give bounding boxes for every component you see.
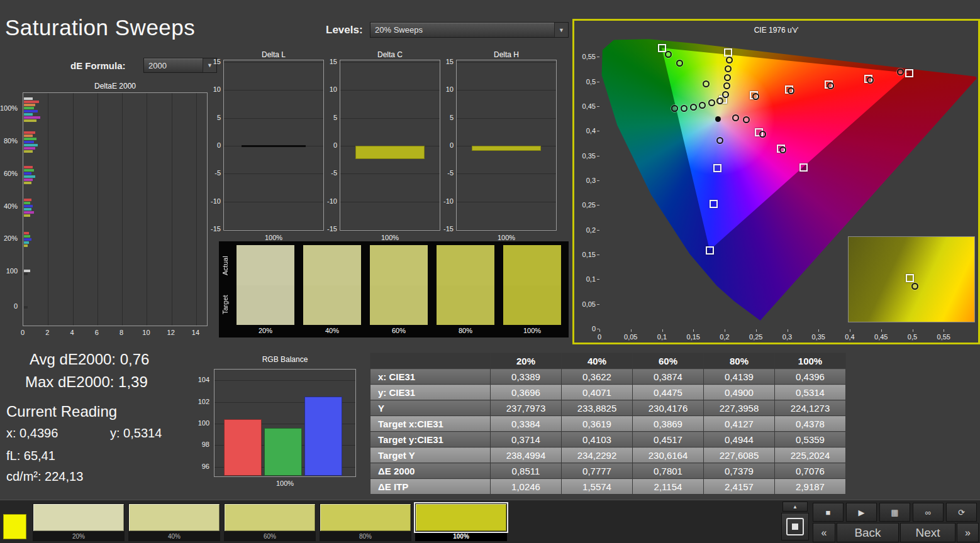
inset-target-marker	[906, 274, 914, 282]
pattern-window-icon	[786, 518, 804, 535]
value-bar	[24, 178, 33, 181]
swatch-level-label: 20%	[237, 327, 294, 334]
gridline	[224, 62, 323, 63]
axis-tick	[599, 329, 600, 332]
x-axis-tick-label: 6	[95, 329, 99, 336]
pattern-swatch-button[interactable]: 20%	[33, 503, 125, 541]
next-chevron-button[interactable]: »	[957, 523, 979, 542]
axis-tick	[850, 329, 850, 332]
table-cell: 230,4176	[633, 400, 704, 416]
pattern-swatch-label: 60%	[224, 532, 316, 541]
levels-dropdown[interactable]: 20% Sweeps ▼	[370, 22, 569, 38]
table-cell: 1,0246	[491, 479, 562, 495]
table-cell: 0,3619	[562, 416, 633, 432]
table-cell: 0,7777	[562, 463, 633, 479]
inset-measurement-marker	[911, 283, 918, 290]
gridline	[73, 93, 74, 326]
y-axis-tick-label: 0	[0, 302, 18, 310]
cie-zoom-inset	[848, 236, 975, 322]
measurement-marker	[699, 102, 706, 109]
actual-color-patch	[237, 245, 294, 285]
y-axis-tick-label: 0,25	[577, 201, 596, 209]
deltae-2000-chart: DeltaE 2000 100%80%60%40%20%1000 0246810…	[0, 82, 211, 339]
actual-color-patch	[503, 245, 561, 285]
axis-tick	[756, 329, 757, 332]
current-color-tile[interactable]	[3, 514, 26, 539]
gridline	[147, 93, 147, 326]
current-y-reading: y: 0,5314	[110, 426, 162, 441]
play-button[interactable]: ▶	[846, 503, 877, 522]
expand-panel-button[interactable]: ▲	[782, 502, 808, 512]
value-bar	[24, 166, 33, 168]
y-axis-tick-label: 0,05	[577, 300, 596, 308]
value-bar	[24, 202, 30, 204]
x-axis-tick-label: 14	[192, 329, 199, 336]
pattern-swatch-button[interactable]: 80%	[320, 503, 411, 541]
value-bar	[24, 238, 31, 241]
back-button[interactable]: Back	[837, 523, 899, 542]
x-axis-tick-label: 10	[142, 329, 150, 336]
x-axis-tick-label: 2	[45, 329, 49, 336]
delta-chart-x-label: 100%	[340, 234, 440, 241]
back-chevron-button[interactable]: «	[813, 523, 835, 542]
table-cell: 0,4517	[633, 432, 704, 447]
rgb-red-bar	[224, 419, 262, 476]
gridline	[48, 93, 48, 326]
y-axis-tick-label: -10	[207, 197, 221, 205]
measurement-marker	[690, 104, 697, 111]
continuous-read-icon: ∞	[925, 508, 931, 517]
axis-tick	[913, 329, 913, 332]
y-axis-tick-label: 0,45	[577, 102, 596, 110]
y-axis-tick-label: -15	[323, 225, 337, 233]
table-cell: 2,1154	[633, 479, 704, 495]
swatch-level-label: 100%	[503, 327, 561, 334]
delta-value-line	[242, 145, 305, 147]
table-cell: 224,1273	[775, 400, 846, 416]
stop-button[interactable]: ■	[813, 503, 844, 522]
pattern-swatch-button[interactable]: 40%	[128, 503, 220, 541]
play-icon: ▶	[859, 508, 865, 517]
value-bar	[24, 144, 38, 146]
meter-button[interactable]: ▦	[879, 503, 910, 522]
table-cell: 2,4157	[704, 479, 775, 495]
y-axis-tick-label: 102	[193, 398, 209, 405]
measurement-marker	[759, 131, 766, 138]
refresh-icon: ⟳	[958, 508, 965, 517]
gridline	[172, 93, 172, 326]
x-axis-tick-label: 0	[598, 333, 601, 341]
gridline	[340, 202, 440, 202]
gridline	[457, 62, 556, 63]
value-bar	[24, 208, 31, 211]
table-row-label: y: CIE31	[370, 385, 491, 400]
pattern-swatch-button[interactable]: 60%	[224, 503, 316, 541]
gridline	[340, 173, 440, 174]
target-color-patch	[503, 285, 561, 326]
table-cell: 0,3389	[491, 369, 562, 385]
next-button[interactable]: Next	[900, 523, 955, 542]
pattern-swatch-label: 80%	[320, 532, 411, 541]
y-axis-tick-label: 0,3	[577, 177, 596, 184]
pattern-swatch-button[interactable]: 100%	[415, 503, 507, 541]
x-axis-tick-label: 8	[120, 329, 123, 336]
axis-tick	[881, 329, 882, 332]
y-axis-tick-label: -15	[207, 225, 221, 233]
y-axis-tick-label: 15	[323, 58, 337, 65]
measurement-marker	[732, 114, 739, 121]
refresh-button[interactable]: ⟳	[946, 503, 977, 522]
measurement-marker	[716, 137, 723, 144]
gridline	[224, 90, 323, 90]
measurement-marker	[752, 93, 759, 100]
cie-1976-chart: CIE 1976 u'v' 0,550,50,450,40,350,30,250…	[572, 19, 980, 344]
deltae-plot-area	[23, 92, 208, 326]
y-axis-tick-label: 0,15	[577, 251, 596, 258]
gridline	[457, 118, 556, 119]
y-axis-tick-label: -5	[440, 169, 454, 177]
measurement-marker	[897, 69, 904, 75]
saturation-swatch	[303, 245, 361, 325]
table-cell: 234,2292	[562, 447, 633, 463]
delta-chart-delta-c: Delta C151050-5-10-15100%	[323, 50, 440, 242]
cie-chart-title: CIE 1976 u'v'	[574, 26, 978, 35]
pattern-window-button[interactable]	[781, 513, 809, 540]
continuous-read-button[interactable]: ∞	[913, 503, 944, 522]
value-bar	[24, 172, 31, 175]
